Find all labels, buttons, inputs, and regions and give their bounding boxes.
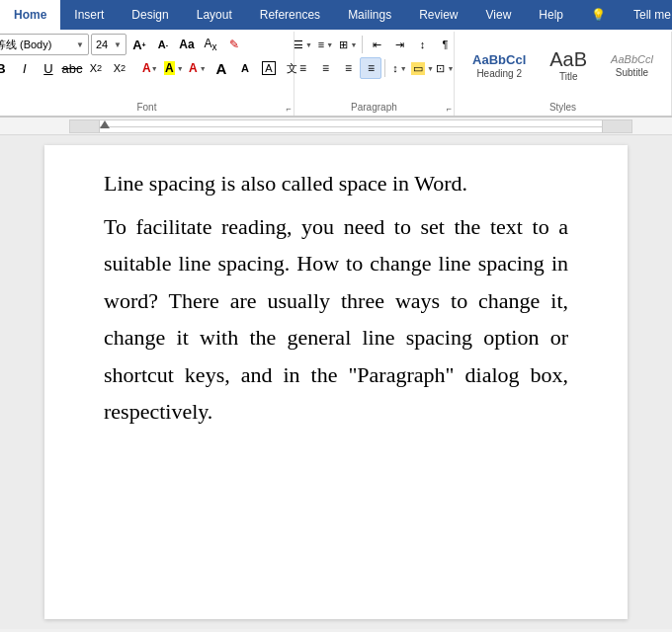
subscript-button[interactable]: X2 [85,57,107,79]
font-size-label: 24 [96,39,108,50]
increase-indent-icon: ⇥ [395,39,404,51]
eraser-icon: ✎ [229,38,239,51]
font-size-selector[interactable]: 24 ▼ [91,34,126,55]
bullets-button[interactable]: ☰ ▼ [292,34,313,55]
clear-format-icon: Ax [204,37,216,52]
sort-icon: ↕ [420,39,426,50]
borders-button[interactable]: ⊡ ▼ [434,57,456,79]
para-row1: ☰ ▼ ≡ ▼ ⊞ ▼ ⇤ ⇥ [292,34,456,55]
multilevel-chevron: ▼ [350,41,357,48]
font-color2-button[interactable]: A ▼ [187,57,209,79]
font-row1: 等线 (Body) ▼ 24 ▼ A+ A- Aa [0,34,245,55]
style-heading2[interactable]: AaBbCcl Heading 2 [463,37,535,96]
ruler-indent-marker[interactable] [100,120,110,128]
font-color2-icon: A [189,61,198,75]
highlight-button[interactable]: A ▼ [163,57,185,79]
line-spacing-chevron: ▼ [400,65,407,72]
font-color-button[interactable]: A ▼ [139,57,161,79]
font-border-icon: A [262,61,275,75]
tab-tell-me[interactable]: Tell me [620,0,672,30]
font-group-label: Font [0,100,294,114]
sep1 [362,36,363,53]
tab-references[interactable]: References [246,0,334,30]
para-row2: ≡ ≡ ≡ ≡ ↕ ▼ [292,57,456,79]
para-dialog-launcher[interactable]: ⌐ [447,104,452,114]
font-border-button[interactable]: A [258,57,280,79]
font-color-icon: A [142,61,151,75]
style-subtitle[interactable]: AaBbCcl Subtitle [602,37,662,96]
tab-review[interactable]: Review [405,0,471,30]
shading-button[interactable]: ▭ ▼ [411,57,433,79]
font-family-selector[interactable]: 等线 (Body) ▼ [0,34,89,55]
font-size-large-button[interactable]: A [210,57,232,79]
align-right-button[interactable]: ≡ [337,57,359,79]
shading-chevron: ▼ [427,65,434,72]
eraser-button[interactable]: ✎ [223,34,245,55]
align-left-button[interactable]: ≡ [292,57,313,79]
font-dialog-launcher[interactable]: ⌐ [287,104,292,114]
numbering-icon: ≡ [318,39,324,50]
bullets-chevron: ▼ [305,41,312,48]
tab-help[interactable]: Help [525,0,577,30]
highlight-chevron: ▼ [177,65,184,72]
align-center-icon: ≡ [322,61,329,75]
multilevel-button[interactable]: ⊞ ▼ [337,34,359,55]
tab-mailings[interactable]: Mailings [334,0,405,30]
font-family-label: 等线 (Body) [0,38,51,52]
style-title[interactable]: AaB Title [541,37,596,96]
change-case-button[interactable]: Aa [176,34,198,55]
numbering-chevron: ▼ [326,41,333,48]
align-left-icon: ≡ [299,61,306,75]
tab-design[interactable]: Design [118,0,182,30]
font-color-chevron: ▼ [151,65,158,72]
strikethrough-button[interactable]: abc [61,57,83,79]
font-shrink-button[interactable]: A- [152,34,174,55]
tab-insert[interactable]: Insert [60,0,118,30]
paragraph-group-label: Paragraph [294,100,454,114]
paragraph-group: ☰ ▼ ≡ ▼ ⊞ ▼ ⇤ ⇥ [294,32,455,116]
justify-button[interactable]: ≡ [360,57,381,79]
font-size-small-icon: A [241,62,249,74]
font-size-small-button[interactable]: A [234,57,256,79]
document-page: Line spacing is also called space in Wor… [44,145,628,619]
font-size-large-icon: A [216,60,227,77]
title-preview: AaB [549,49,587,69]
multilevel-icon: ⊞ [339,39,348,51]
tab-layout[interactable]: Layout [183,0,246,30]
tab-bar: Home Insert Design Layout References Mai… [0,0,672,30]
sort-button[interactable]: ↕ [411,34,433,55]
font-row2: B I U abc X2 X2 A ▼ A ▼ [0,57,303,79]
borders-icon: ⊡ [436,62,445,75]
superscript-button[interactable]: X2 [109,57,130,79]
tab-view[interactable]: View [472,0,526,30]
underline-button[interactable]: U [38,57,59,79]
ruler-left-margin [70,120,100,132]
tab-home[interactable]: Home [0,0,60,30]
justify-icon: ≡ [368,61,375,75]
bold-button[interactable]: B [0,57,12,79]
italic-button[interactable]: I [14,57,36,79]
paragraph-2[interactable]: To facilitate reading, you need to set t… [104,208,568,430]
pilcrow-button[interactable]: ¶ [434,34,456,55]
shading-icon: ▭ [411,62,425,75]
ribbon-content: 等线 (Body) ▼ 24 ▼ A+ A- Aa [0,30,672,117]
ruler-right-margin [602,120,631,132]
font-size-chevron: ▼ [114,40,122,49]
numbering-button[interactable]: ≡ ▼ [314,34,336,55]
increase-indent-button[interactable]: ⇥ [388,34,410,55]
clear-format-button[interactable]: Ax [200,34,221,55]
paragraph-1[interactable]: Line spacing is also called space in Wor… [104,165,568,201]
subtitle-preview: AaBbCcl [611,54,653,65]
pilcrow-icon: ¶ [442,39,448,50]
font-grow-button[interactable]: A+ [128,34,150,55]
font-color2-chevron: ▼ [200,65,207,72]
styles-group-label: Styles [455,100,671,114]
decrease-indent-button[interactable]: ⇤ [366,34,387,55]
change-case-icon: Aa [179,38,194,51]
subtitle-label: Subtitle [616,67,648,78]
styles-group: AaBbCcl Heading 2 AaB Title AaBbCcl Subt… [455,32,672,116]
line-spacing-button[interactable]: ↕ ▼ [388,57,410,79]
tab-lightbulb[interactable]: 💡 [577,0,620,30]
align-center-button[interactable]: ≡ [314,57,336,79]
align-right-icon: ≡ [345,61,352,75]
